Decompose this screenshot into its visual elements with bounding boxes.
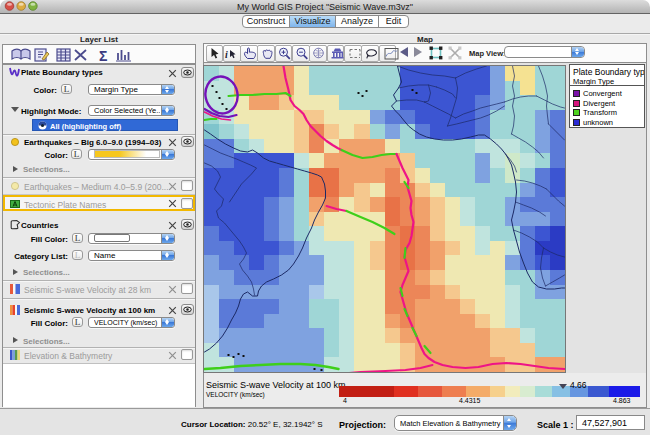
svg-text:i: i xyxy=(225,49,228,60)
svg-text:Σ: Σ xyxy=(99,48,107,64)
